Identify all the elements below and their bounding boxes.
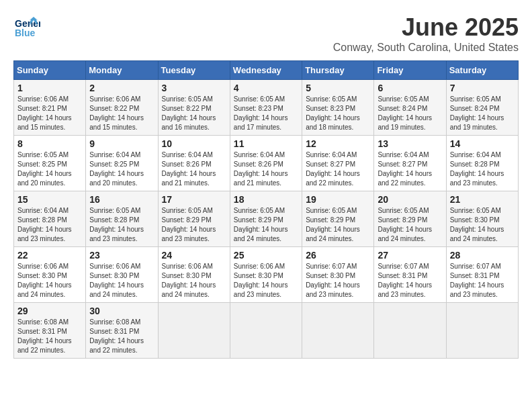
day-daylight: Daylight: 14 hours and 24 minutes. — [378, 226, 432, 242]
day-sunset: Sunset: 8:29 PM — [378, 216, 427, 224]
calendar-cell: 25 Sunrise: 6:06 AM Sunset: 8:30 PM Dayl… — [230, 247, 302, 303]
weekday-header-tuesday: Tuesday — [158, 61, 230, 80]
calendar-week-row-2: 8 Sunrise: 6:05 AM Sunset: 8:25 PM Dayli… — [14, 136, 519, 191]
day-daylight: Daylight: 14 hours and 22 minutes. — [89, 337, 144, 354]
weekday-header-thursday: Thursday — [302, 61, 374, 80]
calendar-cell: 14 Sunrise: 6:04 AM Sunset: 8:28 PM Dayl… — [446, 136, 518, 191]
calendar-title: June 2025 — [333, 13, 519, 42]
day-number: 3 — [162, 83, 226, 93]
day-sunset: Sunset: 8:27 PM — [306, 161, 355, 168]
calendar-cell: 16 Sunrise: 6:05 AM Sunset: 8:28 PM Dayl… — [86, 191, 158, 247]
day-sunset: Sunset: 8:30 PM — [234, 272, 283, 279]
calendar-cell: 17 Sunrise: 6:05 AM Sunset: 8:29 PM Dayl… — [158, 191, 230, 247]
day-number: 13 — [378, 138, 442, 149]
day-sunset: Sunset: 8:26 PM — [162, 161, 212, 168]
calendar-cell: 29 Sunrise: 6:08 AM Sunset: 8:31 PM Dayl… — [14, 303, 86, 359]
day-daylight: Daylight: 14 hours and 21 minutes. — [234, 170, 288, 187]
day-sunset: Sunset: 8:30 PM — [306, 272, 355, 279]
day-daylight: Daylight: 14 hours and 19 minutes. — [378, 114, 432, 131]
day-sunset: Sunset: 8:31 PM — [378, 272, 427, 279]
day-sunset: Sunset: 8:28 PM — [17, 216, 67, 224]
day-sunset: Sunset: 8:29 PM — [162, 216, 212, 224]
calendar-cell: 1 Sunrise: 6:06 AM Sunset: 8:21 PM Dayli… — [14, 80, 86, 136]
calendar-week-row-1: 1 Sunrise: 6:06 AM Sunset: 8:21 PM Dayli… — [14, 80, 519, 136]
weekday-header-sunday: Sunday — [14, 61, 86, 80]
day-daylight: Daylight: 14 hours and 15 minutes. — [89, 114, 144, 131]
weekday-header-monday: Monday — [86, 61, 158, 80]
day-sunrise: Sunrise: 6:05 AM — [450, 95, 501, 103]
day-daylight: Daylight: 14 hours and 22 minutes. — [17, 337, 72, 354]
day-sunrise: Sunrise: 6:04 AM — [378, 151, 429, 158]
day-sunrise: Sunrise: 6:06 AM — [17, 95, 69, 103]
day-sunset: Sunset: 8:30 PM — [17, 272, 67, 279]
page-header: General Blue June 2025 Conway, South Car… — [13, 13, 519, 54]
calendar-cell: 22 Sunrise: 6:06 AM Sunset: 8:30 PM Dayl… — [14, 247, 86, 303]
day-daylight: Daylight: 14 hours and 23 minutes. — [234, 281, 288, 298]
calendar-cell: 27 Sunrise: 6:07 AM Sunset: 8:31 PM Dayl… — [374, 247, 446, 303]
day-number: 17 — [162, 194, 226, 205]
day-number: 19 — [306, 194, 370, 205]
day-sunset: Sunset: 8:25 PM — [89, 161, 139, 168]
day-number: 14 — [450, 138, 515, 149]
day-sunset: Sunset: 8:28 PM — [450, 161, 500, 168]
day-daylight: Daylight: 14 hours and 23 minutes. — [162, 226, 216, 242]
calendar-cell: 19 Sunrise: 6:05 AM Sunset: 8:29 PM Dayl… — [302, 191, 374, 247]
day-sunrise: Sunrise: 6:05 AM — [306, 207, 357, 214]
day-sunrise: Sunrise: 6:05 AM — [378, 95, 429, 103]
day-sunrise: Sunrise: 6:04 AM — [162, 151, 213, 158]
day-daylight: Daylight: 14 hours and 20 minutes. — [89, 170, 144, 187]
day-daylight: Daylight: 14 hours and 24 minutes. — [89, 281, 144, 298]
day-daylight: Daylight: 14 hours and 23 minutes. — [450, 281, 504, 298]
day-number: 1 — [17, 83, 82, 93]
day-number: 30 — [89, 306, 154, 316]
day-number: 16 — [89, 194, 154, 205]
calendar-cell: 30 Sunrise: 6:08 AM Sunset: 8:31 PM Dayl… — [86, 303, 158, 359]
day-sunrise: Sunrise: 6:05 AM — [378, 207, 429, 214]
calendar-cell: 4 Sunrise: 6:05 AM Sunset: 8:23 PM Dayli… — [230, 80, 302, 136]
day-sunrise: Sunrise: 6:06 AM — [234, 263, 285, 270]
day-daylight: Daylight: 14 hours and 23 minutes. — [450, 170, 504, 187]
day-number: 23 — [89, 250, 154, 261]
calendar-cell: 21 Sunrise: 6:05 AM Sunset: 8:30 PM Dayl… — [446, 191, 518, 247]
calendar-table: SundayMondayTuesdayWednesdayThursdayFrid… — [13, 60, 519, 359]
calendar-cell: 6 Sunrise: 6:05 AM Sunset: 8:24 PM Dayli… — [374, 80, 446, 136]
day-sunset: Sunset: 8:22 PM — [89, 105, 139, 112]
day-sunset: Sunset: 8:28 PM — [89, 216, 139, 224]
day-daylight: Daylight: 14 hours and 22 minutes. — [306, 170, 360, 187]
day-sunset: Sunset: 8:22 PM — [162, 105, 212, 112]
weekday-header-row: SundayMondayTuesdayWednesdayThursdayFrid… — [14, 61, 519, 80]
day-number: 22 — [17, 250, 82, 261]
day-sunset: Sunset: 8:24 PM — [450, 105, 500, 112]
day-number: 11 — [234, 138, 298, 149]
day-daylight: Daylight: 14 hours and 23 minutes. — [17, 226, 72, 242]
day-sunset: Sunset: 8:29 PM — [306, 216, 355, 224]
day-sunrise: Sunrise: 6:07 AM — [306, 263, 357, 270]
calendar-cell: 12 Sunrise: 6:04 AM Sunset: 8:27 PM Dayl… — [302, 136, 374, 191]
day-sunrise: Sunrise: 6:05 AM — [450, 207, 501, 214]
day-sunrise: Sunrise: 6:05 AM — [17, 151, 69, 158]
weekday-header-saturday: Saturday — [446, 61, 518, 80]
calendar-cell: 20 Sunrise: 6:05 AM Sunset: 8:29 PM Dayl… — [374, 191, 446, 247]
day-number: 5 — [306, 83, 370, 93]
calendar-cell: 7 Sunrise: 6:05 AM Sunset: 8:24 PM Dayli… — [446, 80, 518, 136]
logo-icon: General Blue — [13, 13, 40, 40]
calendar-cell — [374, 303, 446, 359]
calendar-cell: 18 Sunrise: 6:05 AM Sunset: 8:29 PM Dayl… — [230, 191, 302, 247]
day-sunset: Sunset: 8:29 PM — [234, 216, 283, 224]
day-sunrise: Sunrise: 6:06 AM — [17, 263, 69, 270]
calendar-cell: 15 Sunrise: 6:04 AM Sunset: 8:28 PM Dayl… — [14, 191, 86, 247]
day-sunrise: Sunrise: 6:06 AM — [162, 263, 213, 270]
day-daylight: Daylight: 14 hours and 24 minutes. — [162, 281, 216, 298]
calendar-cell: 28 Sunrise: 6:07 AM Sunset: 8:31 PM Dayl… — [446, 247, 518, 303]
day-daylight: Daylight: 14 hours and 24 minutes. — [234, 226, 288, 242]
day-sunrise: Sunrise: 6:05 AM — [234, 207, 285, 214]
day-daylight: Daylight: 14 hours and 23 minutes. — [89, 226, 144, 242]
day-sunset: Sunset: 8:30 PM — [450, 216, 500, 224]
day-number: 26 — [306, 250, 370, 261]
calendar-week-row-5: 29 Sunrise: 6:08 AM Sunset: 8:31 PM Dayl… — [14, 303, 519, 359]
day-daylight: Daylight: 14 hours and 24 minutes. — [17, 281, 72, 298]
day-sunrise: Sunrise: 6:05 AM — [234, 95, 285, 103]
weekday-header-friday: Friday — [374, 61, 446, 80]
day-daylight: Daylight: 14 hours and 21 minutes. — [162, 170, 216, 187]
title-section: June 2025 Conway, South Carolina, United… — [333, 13, 519, 54]
